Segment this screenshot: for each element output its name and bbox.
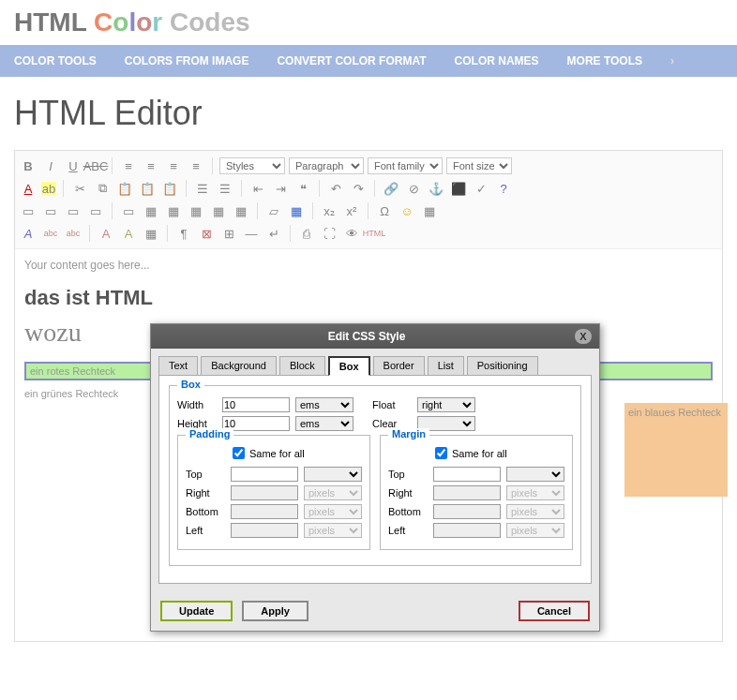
para-icon[interactable]: ¶ bbox=[174, 224, 193, 243]
table-btn-icon[interactable]: ▦ bbox=[142, 201, 160, 220]
padding-right-input bbox=[231, 485, 298, 500]
print-icon[interactable]: ⎙ bbox=[297, 224, 316, 243]
float-label: Float bbox=[372, 399, 412, 410]
del-icon[interactable]: ⊠ bbox=[197, 224, 216, 243]
media-icon[interactable]: ▦ bbox=[420, 201, 439, 220]
margin-same-checkbox[interactable] bbox=[435, 447, 447, 459]
tab-text[interactable]: Text bbox=[158, 356, 198, 376]
margin-bottom-unit: pixels bbox=[506, 504, 564, 519]
style-icon[interactable]: ▭ bbox=[119, 201, 138, 220]
nav-color-tools[interactable]: COLOR TOOLS bbox=[14, 54, 97, 67]
nav-colors-from-image[interactable]: COLORS FROM IMAGE bbox=[125, 54, 249, 67]
sub-icon[interactable]: x₂ bbox=[320, 201, 338, 220]
char-icon[interactable]: Ω bbox=[375, 201, 394, 220]
margin-top-unit[interactable] bbox=[506, 467, 564, 482]
float-select[interactable]: right bbox=[417, 397, 475, 412]
italic-icon[interactable]: I bbox=[41, 156, 60, 175]
margin-bottom-input bbox=[433, 504, 501, 519]
redo-icon[interactable]: ↷ bbox=[349, 179, 368, 198]
undo-icon[interactable]: ↶ bbox=[326, 179, 345, 198]
preview-icon[interactable]: 👁 bbox=[342, 224, 361, 243]
spell2-icon[interactable]: abc bbox=[64, 224, 83, 243]
copy-icon[interactable]: ⧉ bbox=[93, 179, 112, 198]
width-label: Width bbox=[177, 399, 217, 410]
col-before-icon[interactable]: ▦ bbox=[209, 201, 228, 220]
bold-icon[interactable]: B bbox=[19, 156, 38, 175]
spell-icon[interactable]: abc bbox=[41, 224, 60, 243]
tab-list[interactable]: List bbox=[428, 356, 464, 376]
underline-icon[interactable]: U bbox=[64, 156, 83, 175]
align-center-icon[interactable]: ≡ bbox=[142, 156, 160, 175]
indent-icon[interactable]: ⇥ bbox=[271, 179, 290, 198]
clear-a-icon[interactable]: A bbox=[97, 224, 115, 243]
padding-top-unit[interactable] bbox=[304, 467, 362, 482]
font-family-select[interactable]: Font family bbox=[368, 157, 443, 174]
width-unit-select[interactable]: ems bbox=[295, 397, 353, 412]
number-list-icon[interactable]: ☰ bbox=[216, 179, 234, 198]
align-left-icon[interactable]: ≡ bbox=[119, 156, 138, 175]
unlink-icon[interactable]: ⊘ bbox=[404, 179, 423, 198]
layer-back-icon[interactable]: ▭ bbox=[64, 201, 83, 220]
nav-arrow-icon[interactable]: › bbox=[670, 54, 674, 67]
styles-select[interactable]: Styles bbox=[219, 157, 285, 174]
outdent-icon[interactable]: ⇤ bbox=[248, 179, 267, 198]
date-icon[interactable]: ▦ bbox=[287, 201, 306, 220]
anchor-icon[interactable]: ⚓ bbox=[427, 179, 445, 198]
sup-icon[interactable]: x² bbox=[342, 201, 361, 220]
nav-more-tools[interactable]: MORE TOOLS bbox=[567, 54, 642, 67]
tab-box[interactable]: Box bbox=[328, 356, 370, 376]
strike-icon[interactable]: ABC bbox=[86, 156, 105, 175]
nav-convert-format[interactable]: CONVERT COLOR FORMAT bbox=[277, 54, 426, 67]
padding-left-input bbox=[231, 523, 298, 538]
tab-block[interactable]: Block bbox=[279, 356, 325, 376]
paste-icon[interactable]: 📋 bbox=[115, 179, 134, 198]
font-size-select[interactable]: Font size bbox=[446, 157, 512, 174]
hr-icon[interactable]: — bbox=[242, 224, 261, 243]
width-input[interactable] bbox=[222, 397, 290, 412]
padding-right-unit: pixels bbox=[304, 485, 362, 500]
link-icon[interactable]: 🔗 bbox=[382, 179, 400, 198]
padding-top-input[interactable] bbox=[231, 467, 298, 482]
bullet-list-icon[interactable]: ☰ bbox=[193, 179, 212, 198]
emoji-icon[interactable]: ☺ bbox=[398, 201, 416, 220]
nav-color-names[interactable]: COLOR NAMES bbox=[455, 54, 539, 67]
attr-icon[interactable]: ▦ bbox=[142, 224, 160, 243]
font-aa-icon[interactable]: A bbox=[19, 224, 38, 243]
align-justify-icon[interactable]: ≡ bbox=[187, 156, 205, 175]
cut-icon[interactable]: ✂ bbox=[70, 179, 89, 198]
eraser-icon[interactable]: ▱ bbox=[264, 201, 283, 220]
paste-word-icon[interactable]: 📋 bbox=[160, 179, 179, 198]
html-icon[interactable]: HTML bbox=[365, 224, 384, 243]
apply-button[interactable]: Apply bbox=[242, 601, 308, 621]
close-icon[interactable]: X bbox=[575, 329, 592, 344]
help-icon[interactable]: ? bbox=[494, 179, 513, 198]
layer-forward-icon[interactable]: ▭ bbox=[41, 201, 60, 220]
image-icon[interactable]: ⬛ bbox=[449, 179, 468, 198]
ins-icon[interactable]: ⊞ bbox=[219, 224, 238, 243]
forecolor-icon[interactable]: A bbox=[19, 179, 38, 198]
tab-background[interactable]: Background bbox=[201, 356, 277, 376]
layer-icon[interactable]: ▭ bbox=[19, 201, 38, 220]
row-after-icon[interactable]: ▦ bbox=[187, 201, 205, 220]
cancel-button[interactable]: Cancel bbox=[519, 601, 590, 621]
tab-positioning[interactable]: Positioning bbox=[467, 356, 538, 376]
col-after-icon[interactable]: ▦ bbox=[232, 201, 250, 220]
row-before-icon[interactable]: ▦ bbox=[164, 201, 183, 220]
layer-abs-icon[interactable]: ▭ bbox=[86, 201, 105, 220]
blue-rectangle: ein blaues Rechteck bbox=[624, 403, 728, 497]
quote-icon[interactable]: ❝ bbox=[293, 179, 312, 198]
margin-top-input[interactable] bbox=[433, 467, 501, 482]
br-icon[interactable]: ↵ bbox=[264, 224, 283, 243]
backcolor-icon[interactable]: ab bbox=[41, 182, 56, 195]
tab-border[interactable]: Border bbox=[373, 356, 425, 376]
dialog-titlebar[interactable]: Edit CSS Style X bbox=[151, 324, 599, 349]
cleanup-icon[interactable]: ✓ bbox=[472, 179, 490, 198]
height-unit-select[interactable]: ems bbox=[295, 416, 353, 431]
clear-a2-icon[interactable]: A bbox=[119, 224, 138, 243]
paste-text-icon[interactable]: 📋 bbox=[138, 179, 157, 198]
update-button[interactable]: Update bbox=[160, 601, 233, 621]
fullscreen-icon[interactable]: ⛶ bbox=[320, 224, 338, 243]
paragraph-select[interactable]: Paragraph bbox=[289, 157, 364, 174]
align-right-icon[interactable]: ≡ bbox=[164, 156, 183, 175]
padding-same-checkbox[interactable] bbox=[233, 447, 245, 459]
